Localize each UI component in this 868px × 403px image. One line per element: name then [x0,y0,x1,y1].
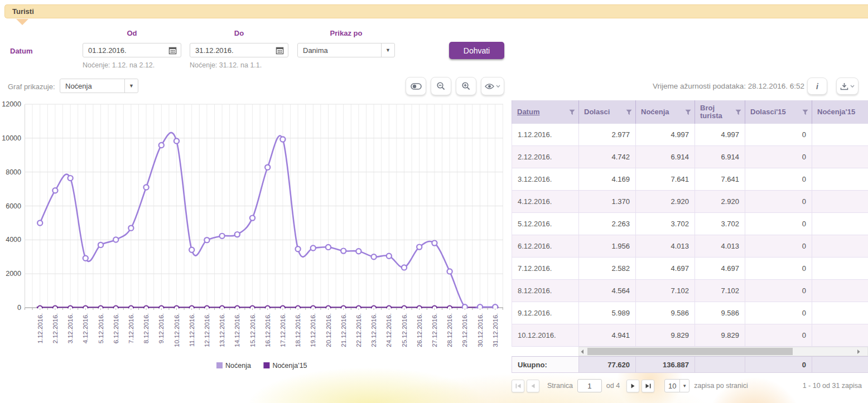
scroll-right-icon[interactable] [855,347,862,356]
table-row[interactable]: 2.12.2016.4.7426.9146.9140 [512,146,868,168]
x-axis-tick-label: 30.12.2016. [477,313,484,347]
table-row[interactable]: 10.12.2016.4.9419.8299.8290 [512,324,868,347]
horizontal-scrollbar[interactable] [578,347,868,356]
table-cell: 9.586 [695,302,745,324]
y-axis-tick-label: 8000 [6,168,21,176]
data-point[interactable] [417,245,422,250]
data-point[interactable] [159,143,164,148]
table-row[interactable]: 3.12.2016.4.1697.6417.6410 [512,168,868,191]
table-cell [812,235,868,258]
table-row[interactable]: 5.12.2016.2.2633.7023.7020 [512,213,868,235]
data-point[interactable] [265,165,270,170]
legend-label[interactable]: Noćenja [225,362,251,370]
dohvati-button[interactable]: Dohvati [449,42,504,59]
table-cell [812,124,868,146]
page-number-input[interactable] [577,379,602,392]
data-point[interactable] [372,254,377,259]
legend-label[interactable]: Noćenja'15 [272,362,307,370]
calendar-icon[interactable] [168,46,177,55]
filter-icon[interactable] [626,109,632,115]
chevron-down-icon: ▼ [381,43,394,57]
data-point[interactable] [341,249,346,254]
table-row[interactable]: 4.12.2016.1.3702.9202.9200 [512,191,868,213]
data-point[interactable] [83,256,88,261]
scrollbar-thumb[interactable] [587,348,793,355]
filter-icon[interactable] [569,109,575,115]
data-point[interactable] [280,137,285,142]
column-header[interactable]: Dolasci [579,100,636,124]
y-axis-tick-label: 0 [17,304,21,312]
column-header-label[interactable]: Noćenja [641,108,669,116]
data-point[interactable] [387,254,392,259]
data-point[interactable] [113,237,118,242]
data-point[interactable] [402,265,407,270]
table-cell: 9.586 [636,302,695,324]
first-page-button[interactable] [512,380,524,392]
column-header-label[interactable]: Noćenja'15 [817,108,855,116]
prikaz-po-select[interactable]: Danima ▼ [297,43,395,57]
zoom-in-button[interactable] [456,77,476,95]
column-header[interactable]: Datum [512,100,579,124]
column-header-label[interactable]: Datum [517,108,539,116]
column-header[interactable]: Noćenja'15 [812,100,868,124]
table-row[interactable]: 7.12.2016.2.5824.6974.6970 [512,258,868,280]
calendar-icon[interactable] [276,46,284,55]
table-row[interactable]: 6.12.2016.1.9564.0134.0130 [512,235,868,258]
data-point[interactable] [296,246,301,251]
next-page-button[interactable] [626,380,639,392]
table-row[interactable]: 8.12.2016.4.5647.1027.1020 [512,280,868,302]
table-cell: 0 [745,324,812,347]
export-button[interactable] [836,77,859,95]
date-from-input[interactable]: 01.12.2016. [83,43,181,57]
data-point[interactable] [52,188,57,193]
column-header-label[interactable]: Broj turista [700,104,735,120]
totals-value [812,357,868,373]
data-point[interactable] [432,241,437,246]
chart-toggle-button[interactable] [406,77,426,95]
column-header[interactable]: Noćenja [636,100,695,124]
legend-swatch [216,362,223,368]
table-cell: 4.169 [579,168,636,191]
scroll-left-icon[interactable] [579,347,586,356]
previous-page-button[interactable] [527,380,539,392]
page-size-select[interactable]: 10 ▼ [664,379,689,392]
data-point[interactable] [250,215,255,220]
zoom-out-button[interactable] [431,77,451,95]
data-point[interactable] [326,245,331,250]
data-point[interactable] [128,226,133,231]
column-header[interactable]: Broj turista [695,100,745,124]
date-to-input[interactable]: 31.12.2016. [190,43,288,57]
table-cell [812,324,868,347]
data-point[interactable] [220,234,225,239]
last-page-button[interactable] [642,380,654,392]
data-point[interactable] [447,269,452,274]
filter-icon[interactable] [685,109,691,115]
line-chart[interactable]: 0200040006000800010000120001.12.2016.2.1… [0,100,509,379]
data-point[interactable] [144,184,149,190]
x-axis-tick-label: 27.12.2016. [431,313,438,347]
table-row[interactable]: 9.12.2016.5.9899.5869.5860 [512,302,868,324]
graf-prikazuje-select[interactable]: Noćenja ▼ [60,79,138,93]
filter-icon[interactable] [735,109,741,115]
table-row[interactable]: 1.12.2016.2.9774.9974.9970 [512,124,868,146]
table-cell: 4.013 [695,235,745,258]
column-header[interactable]: Dolasci'15 [745,100,812,124]
column-header-label[interactable]: Dolasci [584,108,610,116]
data-point[interactable] [98,242,103,247]
data-point[interactable] [204,237,209,242]
data-point[interactable] [189,247,194,253]
data-point[interactable] [356,249,361,254]
data-point[interactable] [37,220,42,225]
table-cell [812,258,868,280]
data-point[interactable] [311,245,316,250]
data-point[interactable] [235,232,240,237]
data-point[interactable] [68,176,73,181]
x-axis-tick-label: 5.12.2016. [98,313,104,343]
series-visibility-button[interactable] [481,77,504,95]
panel-tab-turisti[interactable]: Turisti [4,4,868,18]
filter-icon[interactable] [802,109,808,115]
data-point[interactable] [174,138,179,143]
table-cell: 0 [745,258,812,280]
info-button[interactable]: i [807,77,827,95]
column-header-label[interactable]: Dolasci'15 [750,108,786,116]
